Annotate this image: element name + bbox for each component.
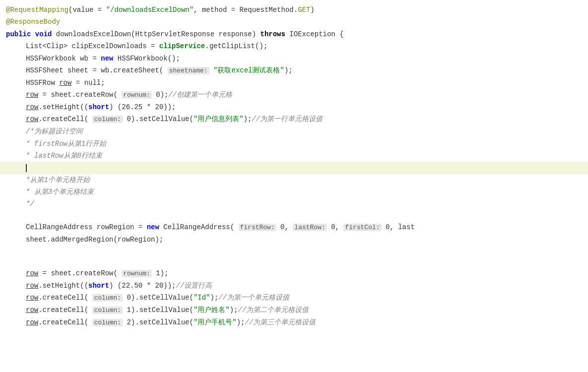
clip-service: clipService <box>159 42 205 50</box>
param-col0b: column: <box>92 294 123 302</box>
code-editor: @RequestMapping(value = "/downloadsExcel… <box>0 0 588 372</box>
code-text: .getClipList(); <box>205 42 267 50</box>
code-text: HSSFWorkbook wb = <box>26 55 101 62</box>
code-text: 0).setCellValue( <box>123 115 194 123</box>
keyword-void: void <box>35 30 52 38</box>
code-line-5: HSSFWorkbook wb = new HSSFWorkbook(); <box>0 53 588 64</box>
var-row6: row <box>26 282 38 290</box>
param-firstcol0: firstCol: <box>343 224 381 231</box>
keyword-new: new <box>101 55 113 62</box>
code-text: sheet.addMergedRegion(rowRegion); <box>26 236 163 244</box>
comment-end: */ <box>26 200 34 208</box>
code-text: ) <box>310 6 314 14</box>
code-text: downloadsExcelDown(HttpServletResponse r… <box>52 30 260 38</box>
param-firstrow0: firstRow: <box>239 224 276 231</box>
comment-firstrow: * firstRow从第1行开始 <box>26 140 106 148</box>
param-col1: column: <box>92 307 123 314</box>
keyword-new2: new <box>147 223 159 231</box>
code-line-10: row.createCell( column: 0).setCellValue(… <box>0 113 588 125</box>
code-text: 0, <box>327 223 344 231</box>
code-text: 0, <box>276 223 293 231</box>
code-text: 0).setCellValue( <box>123 294 194 302</box>
code-text: ); <box>237 318 245 326</box>
code-line-11: /*为标题设计空间 <box>0 125 588 137</box>
code-text <box>209 66 213 74</box>
comment-first-row-value: //为第一行单元格设值 <box>252 115 323 123</box>
code-text: (value = <box>68 6 106 14</box>
code-text: IOException { <box>285 30 344 38</box>
code-line-9: row.setHeight((short) (26.25 * 20)); <box>0 101 588 113</box>
code-line-7: HSSFRow row = null; <box>0 77 588 89</box>
code-line-24: row.setHeight((short) (22.50 * 20));//设置… <box>0 280 588 292</box>
code-line-6: HSSFSheet sheet = wb.createSheet( sheetn… <box>0 64 588 77</box>
code-text: ); <box>210 294 218 302</box>
code-line-12: * firstRow从第1行开始 <box>0 138 588 150</box>
code-line-1: @RequestMapping(value = "/downloadsExcel… <box>0 4 588 16</box>
code-line-16: * 从第3个单元格结束 <box>0 186 588 198</box>
string-value: "/downloadsExcelDown" <box>106 6 194 14</box>
code-text: 1).setCellValue( <box>123 306 194 314</box>
code-line-4: List<Clip> clipExcelDownloads = clipServ… <box>0 40 588 52</box>
comment-second-cell: //为第二个单元格设值 <box>238 306 309 314</box>
var-row7: row <box>26 294 38 302</box>
code-line-23: row = sheet.createRow( rownum: 1); <box>0 267 588 280</box>
code-text: = sheet.createRow( <box>38 91 122 99</box>
string-userlist: "用户信息列表" <box>194 115 244 123</box>
keyword-short: short <box>88 103 109 111</box>
code-text: CellRangeAddress rowRegion = <box>26 223 147 231</box>
code-line-17: */ <box>0 198 588 210</box>
code-text: .createCell( <box>38 306 92 314</box>
code-text: = null; <box>71 79 105 87</box>
comment-create-first: //创建第一个单元格 <box>168 91 232 99</box>
comment-to-cell: * 从第3个单元格结束 <box>26 188 94 196</box>
code-text: .createCell( <box>38 294 92 302</box>
var-row: row <box>59 79 71 87</box>
comment-lastrow: * lastRow从第0行结束 <box>26 152 102 160</box>
code-text: .createCell( <box>38 115 92 123</box>
code-line-27: row.createCell( column: 2).setCellValue(… <box>0 316 588 329</box>
code-text: 1); <box>152 269 169 277</box>
comment-first-cell-id: //为第一个单元格设值 <box>218 294 289 302</box>
code-text: ); <box>284 66 293 74</box>
code-text: HSSFWorkbook(); <box>113 55 180 62</box>
code-line-26: row.createCell( column: 1).setCellValue(… <box>0 304 588 316</box>
code-line-19: CellRangeAddress rowRegion = new CellRan… <box>0 221 588 234</box>
code-line-empty3 <box>0 256 588 267</box>
string-sheetname: "获取excel测试表格" <box>213 66 284 74</box>
code-text: HSSFRow <box>26 79 59 87</box>
string-id: "Id" <box>194 294 210 302</box>
var-row3: row <box>26 103 38 111</box>
var-row4: row <box>26 115 38 123</box>
comment-set-height: //设置行高 <box>176 282 212 290</box>
var-row5: row <box>26 269 38 277</box>
code-text: ) (22.50 * 20)); <box>109 282 176 290</box>
code-line-14 <box>0 162 588 174</box>
code-text: ) (26.25 * 20)); <box>109 103 176 111</box>
code-line-empty2 <box>0 246 588 256</box>
text-cursor <box>26 164 27 172</box>
code-text: .setHeight(( <box>38 282 88 290</box>
code-line-3: public void downloadsExcelDown(HttpServl… <box>0 28 588 40</box>
code-line-8: row = sheet.createRow( rownum: 0);//创建第一… <box>0 89 588 101</box>
code-text: 2).setCellValue( <box>123 318 194 326</box>
code-text: , method = RequestMethod. <box>194 6 298 14</box>
comment-from-cell: *从第1个单元格开始 <box>26 176 90 184</box>
param-col0: column: <box>92 116 123 123</box>
annotation-request-mapping: @RequestMapping <box>6 6 68 14</box>
code-text <box>31 30 35 38</box>
code-line-25: row.createCell( column: 0).setCellValue(… <box>0 292 588 304</box>
var-row2: row <box>26 91 38 99</box>
code-line-empty1 <box>0 210 588 221</box>
get-method: GET <box>298 6 310 14</box>
keyword-public: public <box>6 30 31 38</box>
code-text: HSSFSheet sheet = wb.createSheet( <box>26 66 168 74</box>
code-text: List<Clip> clipExcelDownloads = <box>26 42 159 50</box>
code-text: ); <box>230 306 238 314</box>
var-row8: row <box>26 306 38 314</box>
string-username: "用户姓名" <box>194 306 230 314</box>
code-text: CellRangeAddress( <box>159 223 239 231</box>
var-row9: row <box>26 318 38 326</box>
code-text: 0, last <box>382 223 415 231</box>
code-line-13: * lastRow从第0行结束 <box>0 150 588 162</box>
param-col2: column: <box>92 319 123 326</box>
